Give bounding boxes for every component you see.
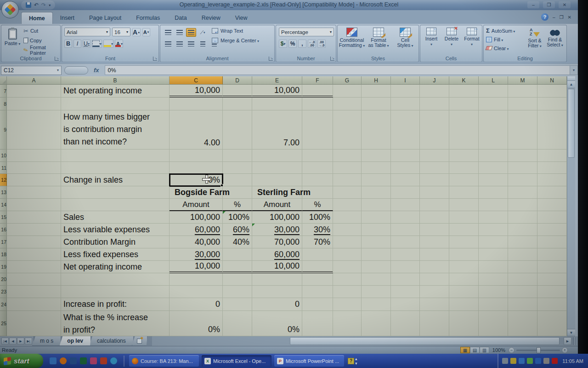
- cell-E16[interactable]: 30,000: [252, 224, 302, 236]
- scrollbar-split-handle[interactable]: [567, 76, 575, 81]
- cell-K10[interactable]: [449, 150, 479, 162]
- fill-color-button[interactable]: [103, 40, 113, 48]
- cell-D8[interactable]: [223, 98, 252, 110]
- delete-cells-button[interactable]: ✕ Delete: [441, 25, 462, 55]
- minimize-button[interactable]: –: [527, 1, 539, 8]
- cell-C7[interactable]: 10,000: [170, 85, 223, 98]
- cell-E17[interactable]: 70,000: [252, 236, 302, 248]
- cell-I13[interactable]: [391, 186, 420, 199]
- cell-J8[interactable]: [420, 98, 449, 110]
- cell-M14[interactable]: [508, 199, 537, 211]
- cut-button[interactable]: ✂Cut: [23, 27, 60, 34]
- cell-J20[interactable]: [420, 273, 449, 286]
- cell-J19[interactable]: [420, 261, 449, 273]
- cell-E25[interactable]: 0%: [252, 311, 302, 336]
- cell-M20[interactable]: [508, 273, 537, 286]
- cell-B8[interactable]: [61, 98, 170, 110]
- tray-icon-4[interactable]: [527, 358, 533, 364]
- cell-G7[interactable]: [333, 85, 362, 98]
- cell-L18[interactable]: [479, 248, 508, 261]
- cell-C12[interactable]: 0%: [170, 174, 223, 186]
- doc-close-button[interactable]: ✕: [568, 15, 571, 20]
- row-header-19[interactable]: 19: [0, 261, 7, 273]
- cell-K12[interactable]: [449, 174, 479, 186]
- cell-M13[interactable]: [508, 186, 537, 199]
- cell-G18[interactable]: [333, 248, 362, 261]
- tray-icon-1[interactable]: [502, 358, 508, 364]
- cell-A17[interactable]: [7, 236, 61, 248]
- cell-G20[interactable]: [333, 273, 362, 286]
- cell-B10[interactable]: [61, 150, 170, 162]
- row-header-14[interactable]: 14: [0, 199, 7, 211]
- quick-launch-ie-icon[interactable]: [50, 357, 57, 364]
- quick-launch-powerpoint-icon[interactable]: [100, 357, 107, 364]
- cell-N11[interactable]: [537, 162, 567, 174]
- cell-J12[interactable]: [420, 174, 449, 186]
- cell-B18[interactable]: Less fixed expenses: [61, 248, 170, 261]
- increase-decimal-button[interactable]: ←.0.00: [308, 40, 316, 48]
- prev-sheet-icon[interactable]: ◀: [9, 338, 17, 345]
- column-header-F[interactable]: F: [302, 76, 333, 85]
- tab-home[interactable]: Home: [21, 12, 53, 24]
- sheet-tab-calculations[interactable]: calculations: [89, 336, 134, 346]
- cell-A18[interactable]: [7, 248, 61, 261]
- cell-A25[interactable]: [7, 311, 61, 336]
- tab-review[interactable]: Review: [194, 12, 228, 24]
- cell-N16[interactable]: [537, 224, 567, 236]
- find-select-button[interactable]: Find &Select: [545, 26, 565, 48]
- cell-L7[interactable]: [479, 85, 508, 98]
- cell-A11[interactable]: [7, 162, 61, 174]
- cell-E13[interactable]: Sterling Farm: [252, 186, 302, 199]
- cell-F7[interactable]: [302, 85, 333, 98]
- cell-L25[interactable]: [479, 311, 508, 336]
- cell-F16[interactable]: 30%: [302, 224, 333, 236]
- cell-I17[interactable]: [391, 236, 420, 248]
- cell-A24[interactable]: [7, 298, 61, 311]
- grow-font-button[interactable]: A▲: [132, 28, 141, 36]
- tab-view[interactable]: View: [228, 12, 255, 24]
- quick-launch-globe-icon[interactable]: [110, 357, 117, 364]
- normal-view-button[interactable]: ▦: [460, 347, 470, 353]
- clear-button[interactable]: Clear: [486, 45, 515, 52]
- cell-G12[interactable]: [333, 174, 362, 186]
- borders-button[interactable]: [92, 40, 102, 48]
- doc-restore-button[interactable]: ❐: [560, 15, 564, 20]
- cell-E12[interactable]: [252, 174, 302, 186]
- comma-style-button[interactable]: ,: [298, 40, 306, 48]
- tray-icon-3[interactable]: [519, 358, 525, 364]
- cell-J14[interactable]: [420, 199, 449, 211]
- orientation-button[interactable]: ⟋▾: [198, 28, 208, 37]
- scroll-right-icon[interactable]: ▶: [564, 337, 571, 345]
- column-header-J[interactable]: J: [420, 76, 449, 85]
- tray-collapse-icon[interactable]: ▴▾: [355, 356, 357, 366]
- cell-K20[interactable]: [449, 273, 479, 286]
- cell-M16[interactable]: [508, 224, 537, 236]
- decrease-indent-button[interactable]: [198, 40, 208, 48]
- cell-D9[interactable]: [223, 110, 252, 150]
- shrink-font-button[interactable]: A▼: [142, 28, 150, 36]
- cell-C17[interactable]: 40,000: [170, 236, 223, 248]
- cell-F10[interactable]: [302, 150, 333, 162]
- cell-M24[interactable]: [508, 298, 537, 311]
- cell-K14[interactable]: [449, 199, 479, 211]
- cell-H18[interactable]: [362, 248, 391, 261]
- cell-I12[interactable]: [391, 174, 420, 186]
- cell-F8[interactable]: [302, 98, 333, 110]
- cell-E11[interactable]: [252, 162, 302, 174]
- cell-L15[interactable]: [479, 211, 508, 224]
- row-header-15[interactable]: 15: [0, 211, 7, 224]
- row-header-12[interactable]: 12: [0, 174, 7, 186]
- cell-N7[interactable]: [537, 85, 567, 98]
- cell-H17[interactable]: [362, 236, 391, 248]
- cell-M25[interactable]: [508, 311, 537, 336]
- cell-B11[interactable]: [61, 162, 170, 174]
- cell-M19[interactable]: [508, 261, 537, 273]
- cell-styles-button[interactable]: CellStyles: [392, 25, 418, 55]
- cell-G14[interactable]: [333, 199, 362, 211]
- tray-icon-6[interactable]: [543, 358, 549, 364]
- cell-K7[interactable]: [449, 85, 479, 98]
- cell-C23[interactable]: [170, 286, 223, 298]
- vertical-scrollbar[interactable]: ▲ ▼: [567, 76, 575, 336]
- cell-K8[interactable]: [449, 98, 479, 110]
- cell-N25[interactable]: [537, 311, 567, 336]
